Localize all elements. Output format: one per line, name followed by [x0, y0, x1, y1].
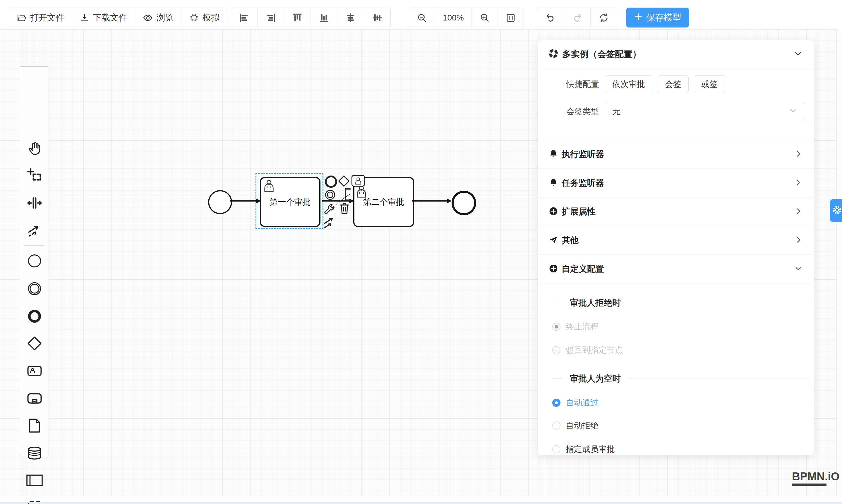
section-label: 执行监听器 — [562, 149, 794, 160]
panel-header[interactable]: 多实例（会签配置） — [538, 40, 813, 68]
quick-option-countersign[interactable]: 会签 — [657, 75, 689, 93]
zoom-level-value: 100% — [443, 13, 464, 22]
simulate-button[interactable]: 模拟 — [181, 8, 227, 28]
zoom-level[interactable]: 100% — [435, 8, 472, 28]
preview-button[interactable]: 浏览 — [135, 8, 181, 28]
horizontal-scrollbar[interactable] — [0, 496, 842, 504]
align-top-icon — [292, 12, 303, 23]
radio-return-to-node[interactable]: 驳回到指定节点 — [552, 342, 623, 358]
bpmn-io-logo[interactable]: BPMN.iO — [792, 470, 840, 486]
contextpad-append-end-event[interactable] — [325, 176, 337, 188]
radio-auto-pass[interactable]: 自动通过 — [552, 395, 598, 411]
contextpad-text-annotation[interactable] — [345, 188, 352, 202]
create-subprocess[interactable] — [20, 385, 49, 413]
create-end-event[interactable] — [20, 303, 49, 330]
sequence-flow[interactable] — [230, 200, 257, 201]
subprocess-icon — [27, 391, 42, 408]
create-intermediate-event[interactable] — [20, 275, 49, 303]
task-label: 第一个审批 — [270, 197, 311, 208]
open-file-button[interactable]: 打开文件 — [9, 8, 72, 28]
sequence-flow[interactable] — [412, 200, 448, 201]
align-center-vertical-button[interactable] — [364, 8, 390, 28]
zoom-in-button[interactable] — [472, 8, 498, 28]
create-data-store[interactable] — [20, 440, 49, 467]
radio-auto-reject[interactable]: 自动拒绝 — [552, 417, 598, 434]
section-other[interactable]: 其他 — [538, 226, 813, 254]
align-right-button[interactable] — [258, 8, 284, 28]
group-header-empty-assignee: 审批人为空时 — [552, 368, 809, 389]
align-left-button[interactable] — [231, 8, 258, 28]
simulate-label: 模拟 — [203, 12, 220, 24]
section-label: 任务监听器 — [562, 177, 794, 189]
sign-type-select[interactable]: 无 — [605, 102, 804, 121]
create-data-object[interactable] — [20, 412, 49, 440]
gateway-icon — [27, 336, 42, 353]
data-store-icon — [27, 445, 42, 462]
create-group[interactable] — [20, 494, 49, 504]
contextpad-append-intermediate-event[interactable] — [325, 190, 335, 200]
contextpad-delete-icon[interactable] — [339, 201, 350, 216]
end-event-icon — [27, 309, 42, 325]
redo-button[interactable] — [564, 8, 591, 28]
radio-assign-member[interactable]: 指定成员审批 — [552, 441, 615, 457]
space-tool[interactable] — [20, 190, 49, 217]
reset-button[interactable] — [591, 8, 617, 28]
align-top-button[interactable] — [284, 8, 311, 28]
section-execution-listener[interactable]: 执行监听器 — [538, 140, 813, 168]
multi-instance-icon — [549, 49, 558, 59]
download-file-label: 下载文件 — [93, 12, 127, 24]
section-task-listener[interactable]: 任务监听器 — [538, 168, 813, 197]
download-icon — [80, 13, 90, 23]
save-model-button[interactable]: 保存模型 — [626, 7, 689, 28]
zoom-in-icon — [479, 13, 490, 23]
align-center-horizontal-button[interactable] — [337, 8, 364, 28]
chevron-right-icon — [794, 150, 803, 159]
section-custom-config[interactable]: 自定义配置 — [538, 254, 813, 284]
send-icon — [549, 235, 558, 246]
chevron-down-icon[interactable] — [794, 49, 803, 59]
contextpad-connect-icon[interactable] — [322, 215, 337, 231]
create-participant[interactable] — [20, 467, 49, 494]
hand-tool[interactable] — [20, 135, 49, 163]
connect-arrows-icon — [27, 222, 42, 239]
radio-terminate-process[interactable]: 终止流程 — [552, 319, 598, 335]
undo-button[interactable] — [537, 8, 564, 28]
contextpad-append-gateway[interactable] — [337, 174, 351, 189]
bpmn-io-logo-underline — [792, 484, 826, 486]
radio-icon — [552, 421, 560, 430]
sign-type-value: 无 — [612, 106, 789, 117]
create-gateway[interactable] — [20, 330, 49, 358]
vertical-scrollbar[interactable] — [837, 29, 842, 497]
contextpad-append-user-task[interactable] — [351, 175, 365, 187]
sign-type-row: 会签类型 无 — [538, 102, 813, 121]
intermediate-event-icon — [27, 281, 42, 298]
panel-toggle-tab[interactable] — [830, 199, 842, 222]
quick-option-sequential[interactable]: 依次审批 — [605, 75, 652, 93]
space-tool-icon — [27, 195, 42, 212]
align-button-group — [231, 7, 391, 28]
participant-icon — [26, 473, 43, 488]
radio-icon — [552, 346, 560, 354]
lasso-tool[interactable] — [20, 162, 49, 190]
quick-config-options: 依次审批 会签 或签 — [605, 75, 725, 93]
section-extension-properties[interactable]: 扩展属性 — [538, 197, 813, 226]
start-event[interactable] — [208, 190, 232, 214]
data-object-icon — [27, 418, 42, 435]
align-bottom-button[interactable] — [311, 8, 337, 28]
chip-icon — [189, 13, 199, 23]
radio-icon — [552, 323, 560, 331]
radio-label: 终止流程 — [566, 321, 598, 332]
zoom-out-button[interactable] — [409, 8, 435, 28]
download-file-button[interactable]: 下载文件 — [72, 8, 135, 28]
create-start-event[interactable] — [20, 248, 49, 275]
global-connect-tool[interactable] — [20, 217, 49, 245]
fit-viewport-button[interactable] — [498, 8, 524, 28]
radio-label: 自动拒绝 — [566, 420, 598, 431]
align-center-vertical-icon — [372, 12, 383, 23]
bell-icon — [549, 178, 558, 188]
quick-config-row: 快捷配置 依次审批 会签 或签 — [538, 73, 813, 95]
end-event[interactable] — [452, 191, 476, 215]
quick-option-orsign[interactable]: 或签 — [694, 75, 725, 93]
create-user-task[interactable] — [20, 358, 49, 385]
lasso-icon — [27, 168, 42, 184]
